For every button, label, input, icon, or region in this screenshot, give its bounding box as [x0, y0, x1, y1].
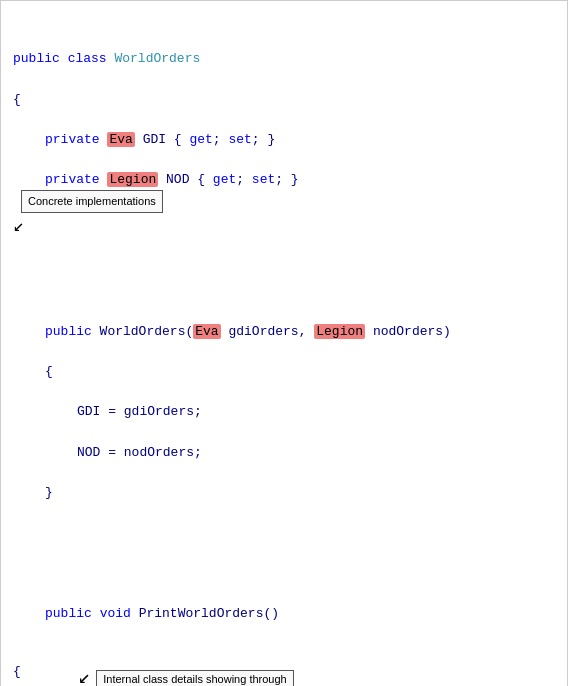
internal-class-row: { ↙ Internal class details showing throu… [13, 664, 555, 686]
code-block: public class WorldOrders { private Eva G… [13, 9, 555, 664]
internal-class-annotation: Internal class details showing through [96, 670, 293, 686]
concrete-impl-annotation: Concrete implementations [21, 190, 163, 213]
code-view: public class WorldOrders { private Eva G… [13, 9, 555, 686]
